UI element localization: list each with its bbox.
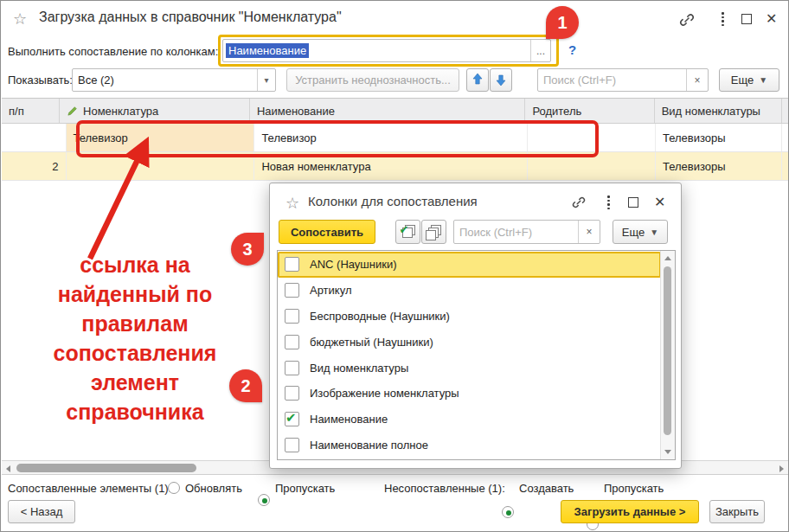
column-item-label: Наименование [310,413,388,426]
scroll-right-icon[interactable] [779,465,784,472]
checkbox[interactable] [285,335,299,349]
scroll-down-icon[interactable] [664,450,671,454]
favorite-star-icon[interactable]: ☆ [285,194,299,213]
column-item-1[interactable]: Артикул [278,278,661,304]
column-header-num[interactable]: п/п [2,99,60,123]
cell-nomenclature[interactable] [67,152,255,180]
column-item-7[interactable]: Наименование полное [278,433,661,458]
column-item-3[interactable]: бюджетный (Наушники) [278,329,661,355]
column-item-label: Наименование полное [310,439,428,452]
column-header-clipped[interactable]: Н [782,99,789,123]
cell-nomenclature[interactable]: Телевизор [67,124,255,151]
dropdown-arrow-icon: ▼ [759,75,767,85]
column-item-2[interactable]: Беспроводные (Наушники) [278,304,661,330]
data-load-window: ☆ Загрузка данных в справочник "Номенкла… [0,0,789,532]
column-item-label: Артикул [310,284,351,297]
checkbox[interactable] [285,283,299,298]
radio-skip-matched-label[interactable]: Пропускать [275,482,335,495]
cell-clipped[interactable] [782,124,789,151]
column-header-parent[interactable]: Родитель [525,99,654,123]
dialog-search-input[interactable]: Поиск (Ctrl+F) × [453,220,600,244]
columns-mapping-dialog: ☆ Колонки для сопоставления ✕ Сопоставит… [269,183,682,469]
maximize-icon[interactable] [628,197,638,208]
page-title: Загрузка данных в справочник "Номенклату… [39,10,342,25]
resolve-ambiguity-button: Устранить неоднозначность... [286,68,459,92]
columns-list: ANC (Наушники) Артикул Беспроводные (Нау… [277,250,676,460]
checkbox[interactable] [285,386,299,401]
column-item-label: Вид номенклатуры [310,362,408,375]
table-row[interactable]: Телевизор Телевизор Телевизоры [2,124,789,152]
matched-elements-label: Сопоставленные элементы (1): [8,482,171,495]
cell-parent[interactable] [528,124,656,151]
uncheck-all-button[interactable] [421,220,446,244]
scroll-left-icon[interactable] [6,465,10,472]
link-icon[interactable] [678,11,696,29]
maximize-icon[interactable] [741,14,752,24]
mapping-columns-input[interactable]: Наименование ... [222,39,551,62]
column-header-label: Номенклатура [83,105,158,118]
help-icon[interactable]: ? [568,42,576,57]
back-button[interactable]: < Назад [8,500,75,523]
column-item-6[interactable]: Наименование [278,407,661,433]
close-icon[interactable]: ✕ [766,10,777,27]
show-filter-select[interactable]: Все (2) ▾ [72,68,276,92]
table-header-row: п/п Номенклатура Наименование Родитель В… [2,99,789,124]
check-all-button[interactable]: ✔ [395,220,420,244]
vertical-scrollbar[interactable] [660,251,675,459]
column-item-label: Беспроводные (Наушники) [310,310,450,323]
load-data-button[interactable]: Загрузить данные > [561,500,699,523]
column-header-name[interactable]: Наименование [250,99,526,123]
column-item-4[interactable]: Вид номенклатуры [278,355,661,381]
radio-skip-matched[interactable] [258,494,270,506]
search-clear-icon[interactable]: × [578,221,600,243]
close-icon[interactable]: ✕ [654,194,665,210]
menu-dots-icon[interactable] [607,195,610,209]
cell-num[interactable]: 2 [2,152,67,180]
checkbox[interactable] [285,412,299,426]
checkbox[interactable] [285,438,299,452]
scrollbar-thumb[interactable] [664,266,671,435]
choose-columns-ellipsis-button[interactable]: ... [530,40,550,61]
column-item-0[interactable]: ANC (Наушники) [278,252,661,278]
more-button[interactable]: Еще▼ [719,68,779,92]
pencil-icon [67,106,78,117]
cell-name[interactable]: Телевизор [254,124,528,151]
map-button[interactable]: Сопоставить [279,220,375,244]
link-icon[interactable] [571,195,587,210]
cell-kind[interactable]: Телевизоры [656,124,782,151]
table-row[interactable]: 2 Новая номенклатура Телевизоры [2,152,789,181]
cell-parent[interactable] [528,152,656,180]
show-filter-dropdown-icon[interactable]: ▾ [257,69,275,91]
radio-update-label[interactable]: Обновлять [185,482,242,495]
uncheck-all-icon [427,225,441,239]
close-button[interactable]: Закрыть [709,500,765,523]
checkbox[interactable] [285,309,299,324]
dialog-title: Колонки для сопоставления [308,194,478,208]
column-item-5[interactable]: Изображение номенклатуры [278,381,661,407]
search-placeholder: Поиск (Ctrl+F) [454,226,532,239]
radio-skip-unmatched-label[interactable]: Пропускать [604,482,664,495]
move-down-button[interactable] [490,68,512,92]
scroll-up-icon[interactable] [664,256,671,260]
cell-name[interactable]: Новая номенклатура [254,152,528,180]
scrollbar-thumb[interactable] [16,464,196,472]
cell-kind[interactable]: Телевизоры [656,152,782,180]
cell-num[interactable] [2,124,67,151]
move-up-button[interactable] [466,68,489,92]
checkbox[interactable] [285,361,299,375]
dropdown-arrow-icon: ▼ [650,228,658,237]
radio-create[interactable] [502,506,514,518]
checkbox[interactable] [285,257,299,272]
menu-dots-icon[interactable] [722,12,724,26]
cell-clipped[interactable] [782,152,789,180]
search-input[interactable]: Поиск (Ctrl+F) × [537,68,709,92]
check-all-icon: ✔ [401,225,415,239]
dialog-more-button[interactable]: Еще▼ [613,220,668,244]
column-item-label: бюджетный (Наушники) [310,336,433,349]
radio-update[interactable] [168,482,180,494]
column-header-kind[interactable]: Вид номенклатуры [655,99,782,123]
favorite-star-icon[interactable]: ☆ [13,10,27,29]
radio-create-label[interactable]: Создавать [519,482,574,495]
column-header-nomenclature[interactable]: Номенклатура [60,99,250,123]
search-clear-icon[interactable]: × [686,69,708,91]
